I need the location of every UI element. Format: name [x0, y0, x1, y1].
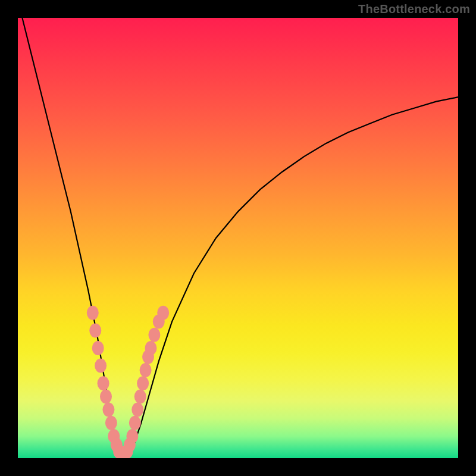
sample-markers [87, 306, 169, 458]
sample-marker [98, 376, 109, 390]
sample-marker [137, 376, 149, 390]
sample-marker [134, 389, 146, 403]
plot-area [18, 18, 458, 458]
sample-marker [95, 359, 107, 373]
sample-marker [145, 341, 156, 355]
sample-marker [87, 306, 99, 320]
sample-marker [157, 306, 169, 320]
sample-marker [140, 363, 152, 377]
sample-marker [89, 323, 101, 337]
attribution-text: TheBottleneck.com [358, 2, 470, 16]
sample-marker [126, 429, 138, 443]
sample-marker [148, 328, 160, 342]
sample-marker [131, 403, 143, 417]
sample-marker [92, 341, 104, 355]
sample-marker [105, 416, 117, 430]
sample-marker [129, 416, 141, 430]
chart-frame: TheBottleneck.com [0, 0, 476, 476]
points-svg [18, 18, 458, 458]
sample-marker [102, 403, 114, 417]
sample-marker [100, 389, 112, 403]
